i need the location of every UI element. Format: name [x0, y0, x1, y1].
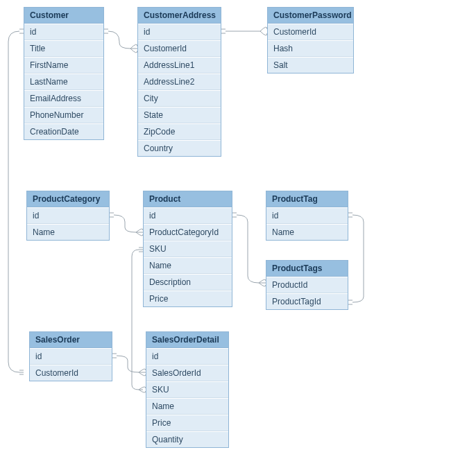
- table-row: id: [27, 207, 109, 224]
- table-row: id: [266, 207, 348, 224]
- table-row: SKU: [144, 241, 232, 257]
- table-row: ProductId: [266, 277, 348, 293]
- table-row: SKU: [146, 381, 228, 398]
- table-row: Price: [146, 415, 228, 431]
- table-row: ProductTagId: [266, 293, 348, 309]
- table-header: ProductTags: [266, 261, 348, 277]
- table-product[interactable]: Product id ProductCategoryId SKU Name De…: [143, 191, 232, 307]
- table-row: Country: [138, 140, 221, 156]
- table-row: Name: [146, 398, 228, 415]
- table-row: LastName: [24, 73, 103, 90]
- table-row: id: [144, 207, 232, 224]
- table-header: ProductTag: [266, 191, 348, 207]
- table-product-tags[interactable]: ProductTags ProductId ProductTagId: [266, 260, 348, 310]
- table-row: id: [138, 24, 221, 40]
- table-row: EmailAddress: [24, 90, 103, 107]
- table-row: id: [24, 24, 103, 40]
- table-row: Price: [144, 291, 232, 306]
- table-row: ProductCategoryId: [144, 224, 232, 241]
- table-row: Name: [144, 257, 232, 274]
- table-sales-order-detail[interactable]: SalesOrderDetail id SalesOrderId SKU Nam…: [146, 331, 229, 448]
- table-row: Hash: [268, 40, 353, 57]
- table-row: CreationDate: [24, 123, 103, 139]
- table-row: Description: [144, 274, 232, 291]
- table-header: SalesOrderDetail: [146, 332, 228, 348]
- table-sales-order[interactable]: SalesOrder id CustomerId: [29, 331, 112, 381]
- table-product-tag[interactable]: ProductTag id Name: [266, 191, 348, 241]
- table-row: Salt: [268, 57, 353, 73]
- table-row: Quantity: [146, 431, 228, 447]
- table-customer[interactable]: Customer id Title FirstName LastName Ema…: [24, 7, 104, 140]
- table-row: PhoneNumber: [24, 107, 103, 123]
- table-row: State: [138, 107, 221, 123]
- table-product-category[interactable]: ProductCategory id Name: [26, 191, 110, 241]
- table-row: id: [146, 348, 228, 365]
- table-row: SalesOrderId: [146, 365, 228, 381]
- table-row: CustomerId: [268, 24, 353, 40]
- table-row: Name: [266, 224, 348, 240]
- table-customer-password[interactable]: CustomerPassword CustomerId Hash Salt: [267, 7, 354, 73]
- table-row: CustomerId: [138, 40, 221, 57]
- table-row: Name: [27, 224, 109, 240]
- table-header: ProductCategory: [27, 191, 109, 207]
- table-row: Title: [24, 40, 103, 57]
- table-row: AddressLine1: [138, 57, 221, 73]
- table-row: CustomerId: [30, 365, 112, 381]
- table-header: Product: [144, 191, 232, 207]
- table-row: id: [30, 348, 112, 365]
- table-header: CustomerPassword: [268, 8, 353, 24]
- table-row: ZipCode: [138, 123, 221, 140]
- table-header: SalesOrder: [30, 332, 112, 348]
- table-header: CustomerAddress: [138, 8, 221, 24]
- table-row: AddressLine2: [138, 73, 221, 90]
- table-header: Customer: [24, 8, 103, 24]
- table-row: City: [138, 90, 221, 107]
- table-customer-address[interactable]: CustomerAddress id CustomerId AddressLin…: [137, 7, 221, 157]
- table-row: FirstName: [24, 57, 103, 73]
